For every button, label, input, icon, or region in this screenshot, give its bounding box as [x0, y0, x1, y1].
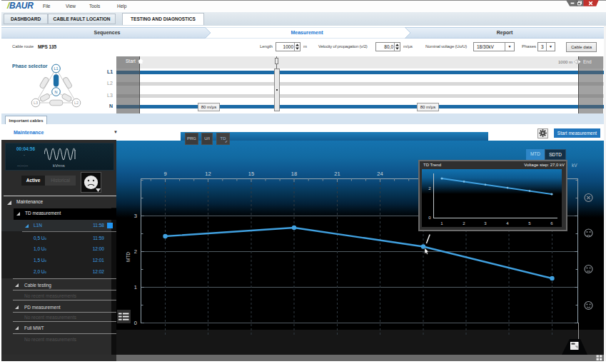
svg-text:24: 24 [377, 171, 383, 177]
svg-text:L1: L1 [54, 66, 58, 71]
svg-text:4: 4 [506, 221, 509, 226]
svg-text:0: 0 [134, 320, 137, 326]
svg-text:15: 15 [248, 171, 254, 177]
svg-text:2: 2 [428, 186, 431, 191]
svg-text:kV: kV [572, 163, 577, 168]
svg-text:L2: L2 [74, 101, 79, 105]
svg-text:6: 6 [550, 221, 553, 226]
svg-text:5: 5 [528, 221, 531, 226]
svg-text:1: 1 [134, 284, 137, 290]
svg-text:L3: L3 [34, 101, 38, 105]
svg-text:12: 12 [205, 171, 211, 177]
svg-text:18: 18 [291, 171, 297, 177]
svg-text:3: 3 [134, 213, 137, 219]
svg-text:N: N [55, 90, 58, 94]
svg-text:2: 2 [463, 221, 465, 226]
svg-text:2: 2 [134, 248, 137, 255]
svg-text:0: 0 [428, 216, 431, 220]
svg-text:1: 1 [440, 221, 443, 226]
svg-text:3: 3 [484, 221, 487, 226]
svg-text:9: 9 [163, 171, 166, 177]
svg-text:21: 21 [334, 171, 340, 177]
svg-text:MTD: MTD [126, 252, 131, 262]
